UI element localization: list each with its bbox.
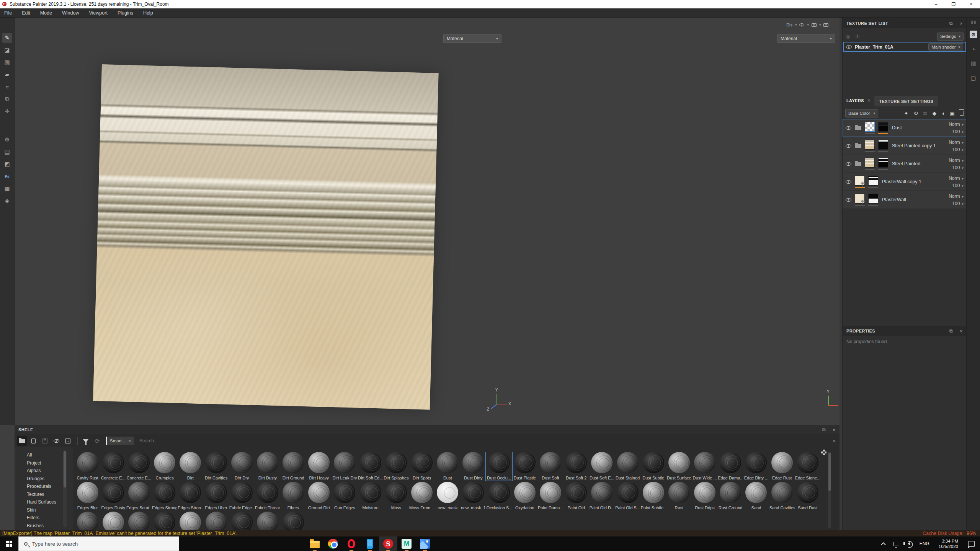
2d-view-texture[interactable] (578, 122, 787, 329)
layer-content-thumbnail[interactable] (865, 140, 875, 150)
shelf-material[interactable]: Rust Ground (718, 482, 743, 510)
eraser-tool-icon[interactable]: ◪ (2, 45, 12, 55)
taskbar-search[interactable] (18, 536, 179, 551)
shelf-material[interactable] (281, 512, 306, 530)
texture-set-row[interactable]: Plaster_Trim_01A Main shader ▾ (843, 42, 966, 52)
layer-visibility-eye-icon[interactable] (846, 162, 851, 166)
shelf-material[interactable]: Rust (666, 482, 692, 510)
shelf-material[interactable]: Sand Dust (795, 482, 820, 510)
material-picker-tool-icon[interactable]: ✛ (2, 106, 12, 116)
shelf-material[interactable]: Paint Old (564, 482, 589, 510)
minimize-button[interactable]: – (927, 0, 945, 8)
blend-mode-dropdown[interactable]: Norm▾ (949, 122, 964, 127)
shelf-material[interactable]: Dust Stained (615, 452, 640, 480)
shelf-material[interactable]: Dust Wide ... (692, 452, 718, 480)
shelf-material[interactable]: Edges Blur (75, 482, 100, 510)
grid-view-icon[interactable] (821, 450, 826, 455)
save-shelf-icon[interactable] (40, 436, 50, 446)
delete-layer-icon[interactable] (960, 111, 964, 116)
shelf-material[interactable] (126, 512, 152, 530)
shelf-material[interactable]: Dust (435, 452, 461, 480)
menu-item-plugins[interactable]: Plugins (113, 8, 138, 17)
layer-content-thumbnail[interactable] (855, 194, 865, 204)
display-settings-icon[interactable]: ⚙ (970, 31, 977, 38)
shader-dropdown[interactable]: Main shader ▾ (928, 43, 963, 51)
shelf-material[interactable]: Ground Dirt (306, 482, 332, 510)
shelf-material[interactable]: Edges Uber (203, 482, 229, 510)
volume-icon[interactable] (908, 542, 910, 546)
camera-icon[interactable] (812, 23, 817, 27)
opacity-dropdown[interactable]: 100▾ (952, 183, 964, 188)
tray-chevron-icon[interactable] (882, 541, 885, 546)
viewer-settings-icon[interactable]: ▥ (970, 60, 977, 67)
shelf-material[interactable]: Concrete E... (100, 452, 126, 480)
material-mode-dropdown-3d[interactable]: Material ▾ (443, 34, 501, 43)
float-panel-icon[interactable]: ⧉ (822, 427, 826, 432)
float-panel-icon[interactable]: ⧉ (949, 21, 953, 26)
menu-item-viewport[interactable]: Viewport (84, 8, 112, 17)
shelf-search-input[interactable] (139, 438, 254, 443)
material-mode-dropdown-2d[interactable]: Material ▾ (777, 34, 835, 43)
plugin-mask-icon[interactable]: ◩ (2, 159, 12, 169)
channel-dropdown[interactable]: Base Color ▾ (845, 109, 878, 117)
maximize-button[interactable]: ❒ (945, 0, 962, 8)
shelf-material[interactable]: Dust Soft E... (589, 452, 615, 480)
network-icon[interactable] (893, 542, 899, 546)
display-label[interactable]: Dis (786, 23, 792, 27)
shelf-material[interactable] (229, 512, 255, 530)
shelf-material[interactable]: Fabric Edge... (229, 482, 255, 510)
shelf-material[interactable]: Edges Stron... (178, 482, 203, 510)
layer-content-thumbnail[interactable] (865, 122, 875, 132)
polygon-fill-tool-icon[interactable]: ▰ (2, 70, 12, 80)
viewport[interactable]: Material ▾ Material ▾ Dis ▾ ▾ ▾ Y X Z Y … (15, 18, 840, 425)
plugin-grid-icon[interactable]: ▦ (2, 184, 12, 194)
smart-pick-wand-icon[interactable]: ✦ (904, 110, 908, 116)
add-resource-icon[interactable] (28, 436, 38, 446)
taskbar-search-input[interactable] (32, 541, 158, 547)
shelf-material[interactable] (203, 512, 229, 530)
menu-item-edit[interactable]: Edit (17, 8, 35, 17)
shelf-material[interactable]: new_mask (435, 482, 461, 510)
shelf-material[interactable]: Dirt Dry (229, 452, 255, 480)
shelf-material[interactable]: Fabric Thread (255, 482, 280, 510)
shelf-material[interactable]: Occlusion S... (486, 482, 512, 510)
filter-funnel-icon[interactable] (81, 436, 91, 446)
layer-row-steel-painted[interactable]: Steel PaintedNorm▾100▾ (843, 155, 967, 173)
paint-tool-icon[interactable]: ✎ (2, 33, 12, 43)
blend-mode-dropdown[interactable]: Norm▾ (949, 140, 964, 145)
screenshot-camera-icon[interactable] (823, 23, 828, 27)
taskbar-app-photos[interactable] (416, 536, 434, 551)
solo-set-icon[interactable]: ① (855, 34, 860, 39)
menu-item-file[interactable]: File (0, 8, 17, 17)
taskbar-app-substance-painter[interactable] (379, 536, 397, 551)
opacity-dropdown[interactable]: 100▾ (952, 129, 964, 134)
shelf-material[interactable]: Concrete E... (126, 452, 152, 480)
clock[interactable]: 3:34 PM 10/5/2020 (939, 538, 958, 549)
add-folder-icon[interactable]: ▣ (950, 110, 955, 116)
shelf-material[interactable]: Dirt Soft Ed... (358, 452, 383, 480)
layer-row-steel-painted-copy-1[interactable]: Steel Painted copy 1Norm▾100▾ (843, 137, 967, 155)
plugin-gear-icon[interactable]: ⚙ (2, 135, 12, 145)
projection-tool-icon[interactable]: ▧ (2, 57, 12, 67)
blend-mode-dropdown[interactable]: Norm▾ (949, 194, 964, 199)
opacity-dropdown[interactable]: 100▾ (952, 201, 964, 206)
language-indicator[interactable]: ENG (920, 541, 929, 546)
blend-mode-dropdown[interactable]: Norm▾ (949, 158, 964, 163)
layer-mask-thumbnail[interactable] (878, 158, 888, 168)
shelf-material[interactable]: Cavity Rust (75, 452, 100, 480)
show-all-sets-icon[interactable]: ◎ (846, 34, 850, 39)
plugin-shape-icon[interactable]: ◈ (2, 196, 12, 206)
clone-tool-icon[interactable]: ⧉ (2, 94, 12, 104)
clear-search-icon[interactable]: × (833, 438, 836, 444)
shelf-material[interactable]: Paint Dama... (537, 482, 563, 510)
shelf-material[interactable]: Sand Cavities (769, 482, 795, 510)
shelf-material[interactable]: Dirt Leak Dry (332, 452, 358, 480)
shelf-material[interactable] (178, 512, 203, 530)
3d-view-mesh[interactable] (93, 64, 439, 410)
visibility-icon[interactable] (799, 23, 804, 26)
action-center-icon[interactable] (968, 541, 975, 547)
shelf-material[interactable]: Gun Edges (332, 482, 358, 510)
layer-mask-thumbnail[interactable] (868, 194, 878, 204)
start-button[interactable] (0, 536, 18, 551)
visibility-eye-icon[interactable] (846, 45, 852, 49)
